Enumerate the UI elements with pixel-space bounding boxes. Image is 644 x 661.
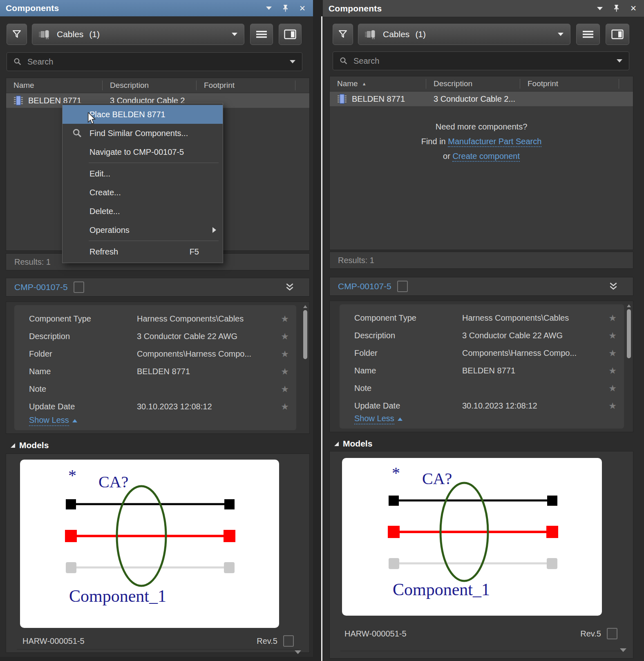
menu-item-refresh[interactable]: Refresh F5: [63, 242, 223, 261]
menu-item-create[interactable]: Create...: [63, 183, 223, 202]
collapse-double-chevron-icon[interactable]: [285, 283, 295, 291]
cmp-checkbox[interactable]: [397, 281, 408, 292]
filter-button[interactable]: [333, 24, 353, 45]
panel-menu-icon[interactable]: [266, 7, 272, 10]
category-dropdown[interactable]: Cables (1): [32, 24, 244, 45]
wire-red-end-left: [65, 530, 77, 542]
scroll-down-icon[interactable]: [620, 648, 626, 652]
category-dropdown[interactable]: Cables (1): [358, 24, 570, 45]
pin-icon[interactable]: [613, 4, 619, 12]
favorite-star-icon[interactable]: ★: [271, 366, 289, 377]
favorite-star-icon[interactable]: ★: [599, 313, 617, 324]
close-icon[interactable]: ✕: [630, 4, 637, 12]
column-header-name[interactable]: Name ▲: [330, 79, 426, 89]
favorite-star-icon[interactable]: ★: [599, 383, 617, 394]
view-options-button[interactable]: [250, 24, 273, 45]
component-row[interactable]: BELDEN 8771 3 Conductor Cable 2...: [330, 92, 633, 106]
menu-item-operations[interactable]: Operations: [63, 221, 223, 239]
menu-item-find-similar[interactable]: Find Similar Components...: [63, 124, 223, 143]
properties-section: Component Type Harness Components\Cables…: [329, 301, 633, 432]
favorite-star-icon[interactable]: ★: [271, 402, 289, 412]
property-row: Update Date 30.10.2023 12:08:12 ★: [14, 398, 296, 415]
components-panel-right: Components ✕: [323, 0, 644, 661]
close-icon[interactable]: ✕: [299, 4, 306, 12]
menu-item-place[interactable]: Place BELDEN 8771: [63, 105, 223, 124]
favorite-star-icon[interactable]: ★: [599, 366, 617, 376]
scroll-up-icon[interactable]: [303, 305, 307, 308]
view-options-button[interactable]: [576, 24, 600, 45]
model-revision-checkbox[interactable]: [607, 628, 617, 639]
show-less-link[interactable]: Show Less: [354, 414, 402, 424]
properties-scrollbar[interactable]: [626, 304, 631, 429]
cmp-checkbox[interactable]: [74, 281, 84, 293]
search-box[interactable]: [333, 51, 629, 70]
scrollbar-thumb[interactable]: [303, 310, 307, 359]
models-section-header[interactable]: Models: [11, 440, 49, 450]
column-header-footprint[interactable]: Footprint: [520, 79, 619, 89]
column-header-footprint[interactable]: Footprint: [197, 80, 295, 90]
panel-layout-button[interactable]: [279, 24, 302, 45]
show-less-link[interactable]: Show Less: [29, 415, 77, 426]
section-expanded-icon: [334, 442, 339, 446]
model-revision: Rev.5: [257, 636, 277, 646]
model-star-label: *: [68, 466, 76, 485]
create-component-link[interactable]: Create component: [452, 152, 520, 162]
split-view-icon: [284, 29, 296, 39]
search-history-icon[interactable]: [290, 60, 295, 63]
panel-menu-icon[interactable]: [597, 7, 603, 10]
menu-item-delete[interactable]: Delete...: [63, 202, 223, 221]
cmp-id-link[interactable]: CMP-00107-5: [338, 281, 391, 291]
favorite-star-icon[interactable]: ★: [271, 331, 289, 342]
favorite-star-icon[interactable]: ★: [271, 349, 289, 360]
category-count: (1): [89, 29, 100, 39]
menu-item-edit[interactable]: Edit...: [63, 164, 223, 183]
split-view-icon: [611, 29, 624, 39]
search-input[interactable]: [353, 56, 612, 66]
pin-icon[interactable]: [282, 4, 288, 12]
panel-title: Components: [329, 4, 382, 13]
divider: [17, 649, 299, 650]
favorite-star-icon[interactable]: ★: [599, 401, 617, 411]
divider: [340, 651, 622, 651]
model-name-label: Component_1: [69, 587, 166, 605]
properties-scrollbar[interactable]: [303, 304, 308, 431]
search-box[interactable]: [7, 52, 302, 71]
search-history-icon[interactable]: [617, 59, 622, 63]
property-row: Folder Components\Harness Compo... ★: [14, 345, 296, 363]
menu-item-navigate[interactable]: Navigate to CMP-00107-5: [63, 143, 223, 161]
results-bar: Results: 1: [329, 252, 633, 269]
wire-red-end-right: [224, 530, 235, 542]
component-chip-icon: [337, 93, 347, 105]
collapse-double-chevron-icon[interactable]: [608, 282, 618, 290]
search-input[interactable]: [27, 57, 285, 67]
model-preview[interactable]: * CA? Component_1: [342, 458, 602, 616]
list-header: Name Description Footprint: [6, 78, 309, 93]
models-section-header[interactable]: Models: [334, 439, 372, 449]
filter-button[interactable]: [7, 24, 27, 45]
model-revision-checkbox[interactable]: [283, 635, 294, 647]
cmp-id-link[interactable]: CMP-00107-5: [14, 282, 68, 292]
component-name: BELDEN 8771: [352, 94, 405, 104]
property-row: Name BELDEN 8771 ★: [14, 363, 296, 380]
panel-layout-button[interactable]: [606, 24, 629, 45]
column-header-description[interactable]: Description: [103, 80, 197, 90]
workspace: Components ✕: [0, 0, 644, 661]
scrollbar-thumb[interactable]: [627, 309, 631, 358]
scroll-down-icon[interactable]: [295, 650, 301, 654]
manufacturer-part-search-link[interactable]: Manufacturer Part Search: [448, 137, 541, 147]
favorite-star-icon[interactable]: ★: [599, 330, 617, 341]
scroll-up-icon[interactable]: [627, 304, 631, 307]
wire-black-end-left: [66, 499, 76, 509]
favorite-star-icon[interactable]: ★: [271, 314, 289, 324]
favorite-star-icon[interactable]: ★: [599, 348, 617, 359]
panel-splitter[interactable]: [321, 16, 322, 661]
model-preview[interactable]: * CA? Component_1: [20, 460, 279, 628]
column-header-description[interactable]: Description: [426, 79, 520, 89]
category-label: Cables: [383, 29, 409, 39]
favorite-star-icon[interactable]: ★: [271, 384, 289, 395]
sort-ascending-icon: ▲: [362, 81, 367, 86]
section-expanded-icon: [11, 443, 15, 448]
model-designator-label: CA?: [98, 473, 128, 491]
panel-titlebar: Components ✕: [0, 0, 313, 16]
column-header-name[interactable]: Name: [6, 80, 103, 90]
